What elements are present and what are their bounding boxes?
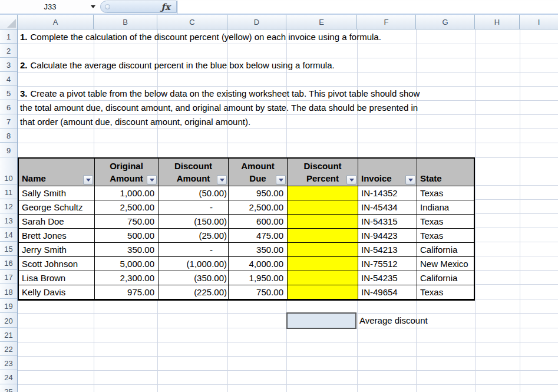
cell-name[interactable]: Scott Johnson (19, 257, 95, 271)
cell-discount-amount[interactable]: (225.00) (159, 285, 229, 299)
row-header[interactable]: 17 (0, 270, 17, 284)
filter-button-invoice[interactable] (405, 175, 415, 185)
name-box[interactable]: J33 (0, 0, 100, 14)
row-header[interactable]: 11 (0, 185, 17, 199)
cell-state[interactable]: California (417, 271, 474, 285)
row-header[interactable]: 12 (0, 199, 17, 213)
cell-name[interactable]: Sarah Doe (19, 215, 95, 229)
cell-amount-due[interactable]: 4,000.00 (229, 257, 288, 271)
cell-invoice[interactable]: IN-54235 (358, 271, 417, 285)
row-header[interactable]: 7 (0, 114, 17, 129)
worksheet-cells[interactable]: 1.Complete the calculation of the discou… (18, 29, 558, 392)
row-header[interactable]: 20 (0, 313, 17, 328)
row-header[interactable]: 16 (0, 256, 17, 270)
cell-discount-percent[interactable] (288, 243, 358, 257)
column-header[interactable]: H (475, 15, 520, 29)
cell-name[interactable]: George Schultz (19, 200, 95, 215)
cell-discount-amount[interactable]: (1,000.00) (159, 257, 229, 271)
row-header[interactable]: 6 (0, 100, 17, 114)
cell-name[interactable]: Brett Jones (19, 229, 95, 243)
column-header-discount-percent[interactable]: Discount Percent (288, 159, 358, 186)
row-header[interactable]: 4 (0, 72, 17, 86)
cell-discount-amount[interactable]: - (159, 243, 229, 257)
formula-bar-input[interactable] (177, 1, 558, 14)
row-header[interactable]: 3 (0, 58, 17, 72)
column-header[interactable]: D (227, 15, 286, 29)
filter-button-discount-amount[interactable] (217, 175, 227, 185)
cell-name[interactable]: Kelly Davis (19, 285, 95, 299)
cell-state[interactable]: Texas (417, 186, 474, 200)
cell-discount-percent[interactable] (288, 271, 358, 285)
column-header[interactable]: F (357, 15, 416, 29)
cell-original-amount[interactable]: 2,300.00 (95, 271, 159, 285)
row-header[interactable]: 13 (0, 213, 17, 228)
row-header[interactable]: 10 (0, 157, 17, 185)
cell-discount-percent[interactable] (288, 200, 358, 215)
cell-discount-amount[interactable]: (25.00) (159, 229, 229, 243)
column-header[interactable]: I (520, 15, 558, 29)
cell-amount-due[interactable]: 750.00 (229, 285, 288, 299)
cell-original-amount[interactable]: 2,500.00 (95, 200, 159, 215)
cell-name[interactable]: Lisa Brown (19, 271, 95, 285)
cell-state[interactable]: Texas (417, 229, 474, 243)
cell-state[interactable]: Texas (417, 215, 474, 229)
cell-invoice[interactable]: IN-75512 (358, 257, 417, 271)
filter-button-amount-due[interactable] (276, 175, 286, 185)
column-header[interactable]: A (18, 15, 94, 29)
cell-original-amount[interactable]: 750.00 (95, 215, 159, 229)
cell-discount-percent[interactable] (288, 215, 358, 229)
column-header-invoice[interactable]: Invoice (358, 159, 417, 186)
cell-name[interactable]: Jerry Smith (19, 243, 95, 257)
row-header[interactable]: 21 (0, 328, 17, 342)
filter-button-original-amount[interactable] (147, 175, 157, 185)
row-header[interactable]: 9 (0, 143, 17, 157)
cell-state[interactable]: New Mexico (417, 257, 474, 271)
column-header-discount-amount[interactable]: Discount Amount (159, 159, 229, 186)
column-header-name[interactable]: Name (19, 159, 95, 186)
cell-discount-percent[interactable] (288, 285, 358, 299)
cell-amount-due[interactable]: 2,500.00 (229, 200, 288, 215)
row-header[interactable]: 1 (0, 29, 17, 44)
insert-function-icon[interactable]: ƒx (161, 2, 170, 12)
row-header[interactable]: 23 (0, 356, 17, 370)
row-header[interactable]: 24 (0, 370, 17, 384)
cell-amount-due[interactable]: 950.00 (229, 186, 288, 200)
row-header[interactable]: 18 (0, 284, 17, 299)
row-header[interactable]: 14 (0, 228, 17, 242)
cell-state[interactable]: California (417, 243, 474, 257)
cell-discount-amount[interactable]: - (159, 200, 229, 215)
column-header-amount-due[interactable]: Amount Due (229, 159, 288, 186)
cell-invoice[interactable]: IN-45434 (358, 200, 417, 215)
column-header[interactable]: C (157, 15, 227, 29)
cell-state[interactable]: Texas (417, 285, 474, 299)
cell-state[interactable]: Indiana (417, 200, 474, 215)
average-discount-input[interactable] (286, 312, 356, 329)
cell-discount-amount[interactable]: (150.00) (159, 215, 229, 229)
cell-invoice[interactable]: IN-54213 (358, 243, 417, 257)
column-header[interactable]: B (94, 15, 157, 29)
row-header[interactable]: 22 (0, 342, 17, 356)
cell-discount-percent[interactable] (288, 257, 358, 271)
cell-amount-due[interactable]: 600.00 (229, 215, 288, 229)
cell-invoice[interactable]: IN-54315 (358, 215, 417, 229)
cell-original-amount[interactable]: 350.00 (95, 243, 159, 257)
cell-discount-amount[interactable]: (50.00) (159, 186, 229, 200)
column-header[interactable]: E (286, 15, 357, 29)
cell-original-amount[interactable]: 975.00 (95, 285, 159, 299)
row-header[interactable]: 25 (0, 384, 17, 392)
cell-invoice[interactable]: IN-49654 (358, 285, 417, 299)
cell-invoice[interactable]: IN-14352 (358, 186, 417, 200)
column-header[interactable]: G (416, 15, 475, 29)
filter-button-name[interactable] (83, 175, 93, 185)
row-header[interactable]: 15 (0, 242, 17, 256)
select-all-corner[interactable] (0, 15, 18, 29)
cell-amount-due[interactable]: 350.00 (229, 243, 288, 257)
filter-button-discount-percent[interactable] (346, 175, 356, 185)
column-header-state[interactable]: State (417, 159, 474, 186)
cell-original-amount[interactable]: 1,000.00 (95, 186, 159, 200)
cell-original-amount[interactable]: 500.00 (95, 229, 159, 243)
row-header[interactable]: 8 (0, 129, 17, 143)
cell-invoice[interactable]: IN-94423 (358, 229, 417, 243)
cell-amount-due[interactable]: 475.00 (229, 229, 288, 243)
cell-discount-percent[interactable] (288, 186, 358, 200)
